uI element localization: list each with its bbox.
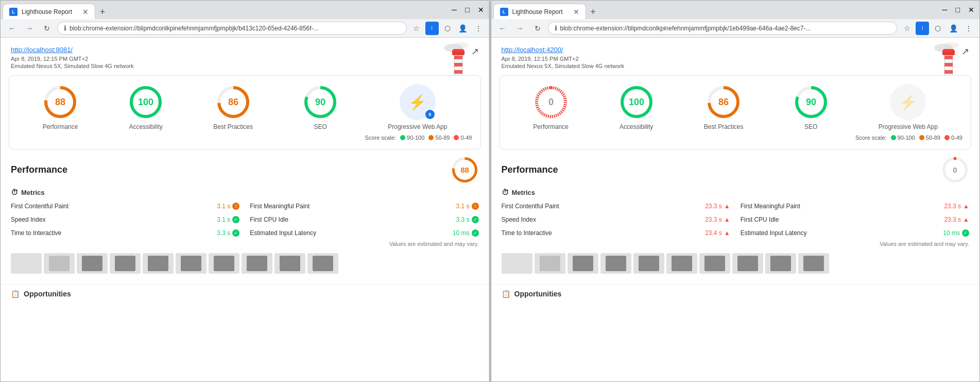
scale-orange-label-right: 50-89 [926,135,940,141]
profile-btn-left[interactable]: 👤 [456,22,470,35]
reload-btn-right[interactable]: ↻ [530,21,545,36]
filmstrip-thumb-2-right [573,256,593,271]
forward-btn-left[interactable]: → [22,21,37,36]
filmstrip-item-9-right [798,253,829,274]
report-header-left: ↗ http://lo [1,38,489,75]
metric-value-si-left: 3.1 s ✓ [217,216,239,223]
titlebar-left: L Lighthouse Report ✕ + ─ □ ✕ [1,1,489,19]
score-circle-accessibility-right: 100 [618,84,655,120]
score-circle-seo-right: 90 [793,84,829,120]
svg-text:0: 0 [953,165,957,174]
tab-close-right[interactable]: ✕ [573,8,579,16]
filmstrip-thumb-7-left [247,256,267,271]
win-controls-left: ─ □ ✕ [449,6,487,14]
scale-text-right: Score scale: [855,135,887,141]
triangle-tti-right: ▲ [724,229,730,237]
profile-btn-right[interactable]: 👤 [947,22,960,35]
triangle-fcp-right: ▲ [724,203,730,210]
filmstrip-item-3-right [600,253,631,274]
tab-right[interactable]: L Lighthouse Report ✕ [493,4,586,19]
indicator-eil-right: ✓ [962,229,969,237]
metric-value-fmp-right: 23.3 s ▲ [944,203,969,210]
forward-btn-right[interactable]: → [513,21,527,36]
section-title-left: Performance [11,164,67,175]
maximize-btn-right[interactable]: □ [953,6,963,14]
tab-left[interactable]: L Lighthouse Report ✕ [3,4,95,19]
extension-btn1-right[interactable]: i [916,22,929,35]
minimize-btn-right[interactable]: ─ [939,6,951,14]
scale-red-label-right: 0-49 [951,135,962,141]
filmstrip-thumb-1-left [49,256,70,271]
filmstrip-item-7-right [732,253,763,274]
tab-favicon-right: L [500,8,508,16]
metric-row-eil-left: Estimated Input Latency 10 ms ✓ [250,227,478,239]
filmstrip-item-8-left [274,253,305,274]
svg-text:86: 86 [228,97,238,107]
svg-text:0: 0 [548,97,554,107]
score-item-pwa-left: ⚡ 9 Progressive Web App [388,84,447,130]
svg-rect-5 [454,70,462,74]
svg-text:90: 90 [806,97,816,107]
filmstrip-item-1-left [44,253,75,274]
report-url-left[interactable]: http://localhost:8081/ [11,46,479,54]
svg-text:86: 86 [718,97,729,107]
filmstrip-right [502,253,970,274]
scale-item-orange-left: 50-89 [428,135,450,141]
filmstrip-thumb-8-left [280,256,300,271]
bookmark-btn-left[interactable]: ☆ [410,22,423,35]
metric-name-fcp-left: First Contentful Paint [11,203,68,210]
scale-item-red-left: 0-49 [454,135,472,141]
report-url-right[interactable]: http://localhost:4200/ [502,46,970,54]
score-label-accessibility-left: Accessibility [129,123,163,130]
scale-dot-red-right [944,135,950,140]
menu-btn-left[interactable]: ⋮ [472,22,485,35]
metric-name-si-left: Speed Index [11,216,45,223]
metric-value-fcp-left: 3.1 s ! [217,203,239,210]
close-btn-right[interactable]: ✕ [965,6,977,14]
menu-btn-right[interactable]: ⋮ [962,22,975,35]
scale-dot-green-right [891,135,896,140]
scores-row-left: 88 Performance 100 Accessibility [18,84,472,130]
back-btn-left[interactable]: ← [5,21,19,36]
close-btn-left[interactable]: ✕ [475,6,487,14]
svg-rect-3 [454,56,462,59]
maximize-btn-left[interactable]: □ [462,6,472,14]
new-tab-btn-right[interactable]: + [586,5,600,19]
metric-value-eil-left: 10 ms ✓ [453,229,479,237]
filmstrip-item-2-right [568,253,598,274]
opps-label-right: Opportunities [514,290,562,298]
filmstrip-item-5-left [176,253,207,274]
address-bar-left[interactable]: ℹ blob:chrome-extension://blipmdconlkpin… [57,22,407,35]
opps-section-left: 📋 Opportunities [1,284,489,307]
address-bar-right[interactable]: ℹ blob:chrome-extension://blipmdconlkpin… [548,22,898,35]
filmstrip-item-4-right [633,253,664,274]
svg-point-25 [943,42,959,48]
filmstrip-thumb-6-right [704,256,725,271]
metrics-header-left: ⏱ Metrics [11,188,479,196]
score-label-bestpractices-left: Best Practices [213,123,253,130]
opps-section-right: 📋 Opportunities [491,284,980,307]
pwa-circle-right: ⚡ [890,84,926,120]
filmstrip-item-2-left [77,253,108,274]
metrics-label-right: Metrics [512,189,536,196]
page-content-left: ↗ http://lo [1,38,489,381]
tab-close-left[interactable]: ✕ [82,8,89,16]
reload-btn-left[interactable]: ↻ [40,21,54,36]
extension-btn2-right[interactable]: ⬡ [931,22,944,35]
bookmark-btn-right[interactable]: ☆ [900,22,914,35]
section-header-right: Performance 0 [502,156,970,184]
minimize-btn-left[interactable]: ─ [449,6,460,14]
filmstrip-thumb-3-left [115,256,135,271]
svg-text:100: 100 [629,97,644,107]
extension-btn2-left[interactable]: ⬡ [441,22,454,35]
metric-row-fmp-right: First Meaningful Paint 23.3 s ▲ [741,201,969,212]
back-btn-right[interactable]: ← [495,21,510,36]
new-tab-btn-left[interactable]: + [95,5,110,19]
opps-label-left: Opportunities [24,290,71,298]
svg-rect-4 [454,63,462,67]
extension-btn1-left[interactable]: i [425,22,439,35]
metric-row-fmp-left: First Meaningful Paint 3.1 s ! [250,201,478,212]
opps-header-right: 📋 Opportunities [502,285,970,303]
svg-point-47 [954,157,957,160]
triangle-si-right: ▲ [724,216,730,223]
